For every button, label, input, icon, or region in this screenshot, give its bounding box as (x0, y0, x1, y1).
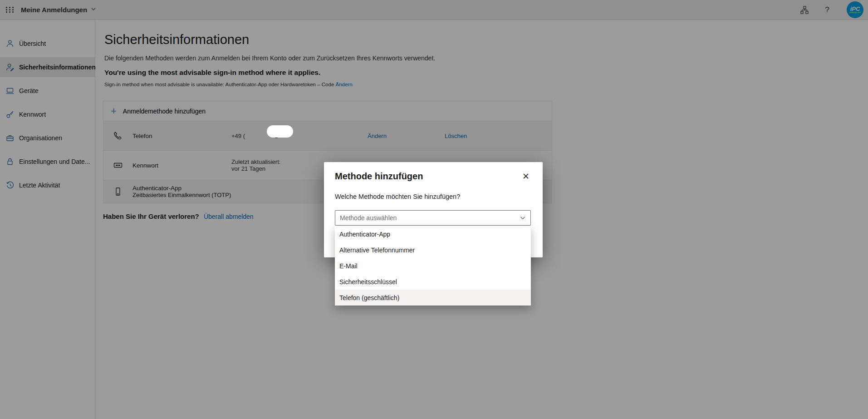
option-alternative-telefonnummer[interactable]: Alternative Telefonnummer (335, 242, 531, 258)
method-select-placeholder: Methode auswählen (340, 214, 397, 222)
option-sicherheitsschluessel[interactable]: Sicherheitsschlüssel (335, 274, 531, 290)
close-icon[interactable]: ✕ (521, 171, 531, 181)
my-signins-page: Meine Anmeldungen ? iPC SPEZIALIST (0, 0, 868, 419)
option-authenticator-app[interactable]: Authenticator-App (335, 226, 531, 242)
modal-question: Welche Methode möchten Sie hinzufügen? (335, 193, 460, 200)
method-options-listbox: Authenticator-App Alternative Telefonnum… (335, 226, 531, 306)
option-telefon-geschaeftlich[interactable]: Telefon (geschäftlich) (335, 290, 531, 306)
option-email[interactable]: E-Mail (335, 258, 531, 274)
method-select[interactable]: Methode auswählen (335, 210, 531, 226)
chevron-down-icon (520, 215, 526, 221)
phone-number-redaction (267, 125, 293, 138)
modal-title: Methode hinzufügen (335, 171, 423, 182)
